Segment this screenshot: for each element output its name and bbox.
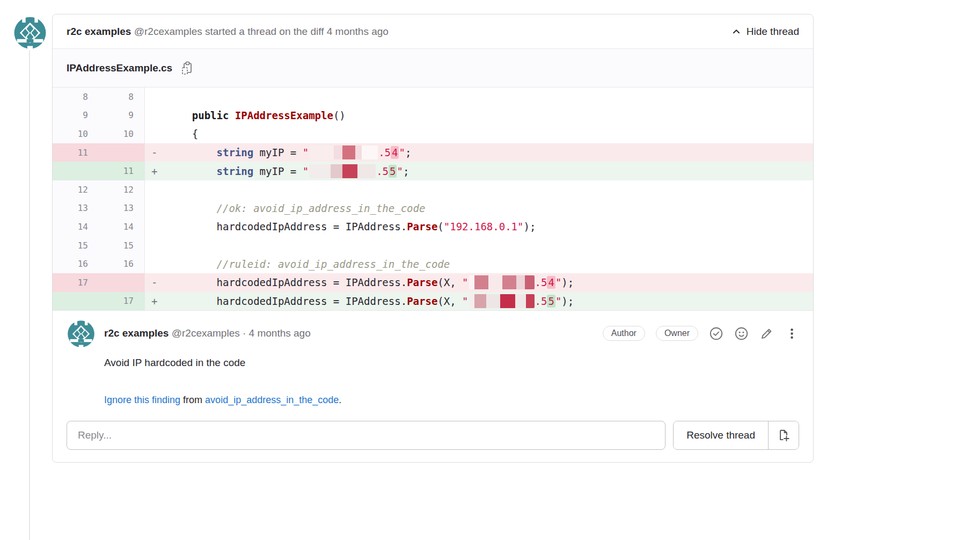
diff-row: 88 — [53, 87, 813, 106]
code-line: + hardcodedIpAddress = IPAddress.Parse(X… — [145, 292, 813, 311]
comment-meta-text: @r2cexamples · 4 months ago — [172, 327, 311, 339]
hide-thread-button[interactable]: Hide thread — [732, 26, 799, 38]
new-line-number[interactable]: 17 — [99, 292, 145, 311]
diff-row: 1313 //ok: avoid_ip_address_in_the_code — [53, 199, 813, 218]
diff-row: 11+ string myIP = ".55"; — [53, 162, 813, 180]
kebab-menu-icon — [785, 326, 799, 341]
old-line-number[interactable]: 13 — [53, 199, 99, 218]
new-line-number[interactable]: 12 — [99, 180, 145, 199]
diff-marker: - — [145, 276, 167, 288]
clipboard-copy-icon — [181, 61, 194, 75]
thread-connector-line — [29, 50, 30, 540]
code-line: + string myIP = ".55"; — [145, 162, 813, 180]
thread-author-avatar[interactable] — [13, 14, 47, 50]
owner-badge: Owner — [656, 326, 698, 341]
hide-thread-label: Hide thread — [747, 26, 799, 38]
diff-row: 1515 — [53, 236, 813, 255]
diff-marker: + — [145, 295, 167, 307]
old-line-number[interactable] — [53, 292, 99, 311]
period-text: . — [339, 395, 341, 405]
r2c-logo-icon — [67, 318, 96, 348]
more-actions-button[interactable] — [785, 326, 799, 341]
old-line-number[interactable]: 12 — [53, 180, 99, 199]
old-line-number[interactable]: 16 — [53, 254, 99, 273]
reply-input[interactable] — [67, 421, 665, 450]
comment: r2c examples @r2cexamples · 4 months ago… — [53, 311, 813, 458]
diff-row: 1414 hardcodedIpAddress = IPAddress.Pars… — [53, 217, 813, 236]
redacted-ip — [469, 275, 535, 289]
old-line-number[interactable]: 8 — [53, 87, 99, 106]
code-line: - string myIP = ".54"; — [145, 143, 813, 162]
new-line-number[interactable]: 13 — [99, 199, 145, 218]
resolve-with-issue-button[interactable] — [769, 421, 799, 449]
resolve-thread-button[interactable]: Resolve thread — [674, 421, 769, 449]
code-line: public IPAddressExample() — [145, 106, 813, 125]
discussion-card: r2c examples @r2cexamples started a thre… — [52, 14, 814, 463]
old-line-number[interactable]: 10 — [53, 125, 99, 143]
pencil-icon — [759, 326, 774, 341]
code-line — [145, 87, 813, 106]
code-line: { — [145, 125, 813, 143]
diff-row: 1010 { — [53, 125, 813, 143]
file-name[interactable]: IPAddressExample.cs — [67, 62, 172, 74]
diff-row: 11- string myIP = ".54"; — [53, 143, 813, 162]
code-line: hardcodedIpAddress = IPAddress.Parse("19… — [145, 217, 813, 236]
code-line: - hardcodedIpAddress = IPAddress.Parse(X… — [145, 273, 813, 292]
new-line-number[interactable]: 11 — [99, 162, 145, 180]
check-circle-icon — [709, 326, 723, 341]
r2c-logo-icon — [13, 14, 47, 50]
add-reaction-button[interactable] — [734, 326, 749, 341]
thread-author-handle[interactable]: @r2cexamples — [134, 26, 202, 37]
redacted-ip — [309, 164, 376, 178]
file-header: IPAddressExample.cs — [53, 49, 813, 87]
new-line-number[interactable]: 14 — [99, 217, 145, 236]
redacted-ip — [309, 145, 378, 159]
redacted-ip — [469, 294, 535, 308]
new-line-number[interactable] — [99, 273, 145, 292]
comment-meta: r2c examples @r2cexamples · 4 months ago — [104, 327, 603, 339]
resolve-comment-button[interactable] — [709, 326, 723, 341]
thread-header-text: r2c examples @r2cexamples started a thre… — [67, 26, 389, 38]
diff-table: 8899 public IPAddressExample()1010 {11- … — [53, 87, 813, 311]
author-badge: Author — [603, 326, 645, 341]
diff-row: 1212 — [53, 180, 813, 199]
edit-comment-button[interactable] — [759, 326, 774, 341]
thread-header: r2c examples @r2cexamples started a thre… — [53, 14, 813, 49]
new-issue-icon — [777, 428, 791, 442]
thread-action-text: started a thread on the diff — [205, 26, 324, 37]
code-line: //ok: avoid_ip_address_in_the_code — [145, 199, 813, 218]
old-line-number[interactable]: 17 — [53, 273, 99, 292]
comment-header: r2c examples @r2cexamples · 4 months ago… — [67, 318, 799, 348]
new-line-number[interactable]: 16 — [99, 254, 145, 273]
new-line-number[interactable] — [99, 143, 145, 162]
diff-row: 17- hardcodedIpAddress = IPAddress.Parse… — [53, 273, 813, 292]
diff-marker: + — [145, 165, 167, 177]
old-line-number[interactable]: 15 — [53, 236, 99, 255]
new-line-number[interactable]: 10 — [99, 125, 145, 143]
diff-row: 1616 //ruleid: avoid_ip_address_in_the_c… — [53, 254, 813, 273]
thread-timestamp[interactable]: 4 months ago — [327, 26, 389, 37]
comment-author-avatar[interactable] — [67, 318, 96, 348]
comment-author-name[interactable]: r2c examples — [104, 327, 169, 339]
comment-links: Ignore this finding from avoid_ip_addres… — [104, 395, 799, 406]
from-text: from — [180, 395, 205, 405]
diff-marker: - — [145, 147, 167, 158]
old-line-number[interactable]: 11 — [53, 143, 99, 162]
new-line-number[interactable]: 15 — [99, 236, 145, 255]
new-line-number[interactable]: 9 — [99, 106, 145, 125]
ignore-finding-link[interactable]: Ignore this finding — [104, 395, 180, 405]
copy-file-path-button[interactable] — [181, 61, 194, 75]
thread-author-name[interactable]: r2c examples — [67, 26, 131, 37]
new-line-number[interactable]: 8 — [99, 87, 145, 106]
old-line-number[interactable] — [53, 162, 99, 180]
old-line-number[interactable]: 9 — [53, 106, 99, 125]
diff-row: 99 public IPAddressExample() — [53, 106, 813, 125]
old-line-number[interactable]: 14 — [53, 217, 99, 236]
code-line — [145, 180, 813, 199]
code-line: //ruleid: avoid_ip_address_in_the_code — [145, 254, 813, 273]
smiley-icon — [734, 326, 749, 341]
comment-body: Avoid IP hardcoded in the code — [104, 357, 799, 369]
rule-link[interactable]: avoid_ip_address_in_the_code — [205, 395, 339, 405]
resolve-thread-button-group: Resolve thread — [673, 421, 799, 450]
chevron-up-icon — [732, 27, 741, 37]
